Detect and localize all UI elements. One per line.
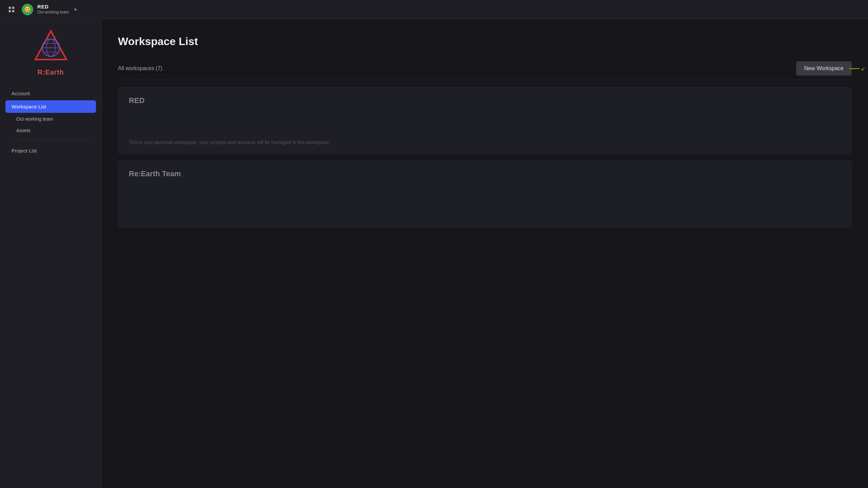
svg-rect-1 — [12, 6, 14, 8]
topbar-username: RED — [37, 4, 69, 10]
sidebar-item-oct-working-team[interactable]: Oct working team — [5, 114, 96, 124]
sidebar-item-workspace-list[interactable]: Workspace List — [5, 100, 96, 113]
arrow-line — [849, 68, 860, 69]
main-content: Workspace List All workspaces (7) New Wo… — [102, 19, 868, 488]
arrow-cursor-icon: ↙ — [861, 65, 865, 72]
page-title: Workspace List — [118, 35, 852, 48]
sidebar: R:Earth Account Workspace List Oct worki… — [0, 19, 102, 488]
grid-icon[interactable] — [5, 3, 18, 16]
new-workspace-button[interactable]: New Workspace — [796, 61, 852, 76]
sidebar-item-account[interactable]: Account — [5, 87, 96, 100]
workspace-name-reearth-team: Re:Earth Team — [129, 169, 841, 178]
workspaces-count: All workspaces (7) — [118, 65, 162, 72]
workspaces-header: All workspaces (7) New Workspace ↙ — [118, 61, 852, 76]
workspace-name-red: RED — [129, 96, 841, 105]
svg-rect-2 — [9, 10, 11, 12]
svg-rect-0 — [9, 6, 11, 8]
svg-marker-10 — [35, 31, 66, 59]
sidebar-logo-section: R:Earth — [0, 19, 101, 84]
svg-rect-3 — [12, 10, 14, 12]
workspaces-divider — [118, 80, 852, 80]
sidebar-logo-label: R:Earth — [38, 68, 64, 76]
main-layout: R:Earth Account Workspace List Oct worki… — [0, 19, 868, 488]
avatar: 😊 — [22, 4, 33, 15]
sidebar-nav: Account Workspace List Oct working team … — [0, 84, 101, 160]
reearth-logo — [32, 28, 70, 66]
workspace-desc-red: This is your personal workspace, your pr… — [129, 133, 841, 145]
sidebar-divider — [11, 140, 91, 140]
topbar: 😊 RED Oct working team ▾ — [0, 0, 868, 19]
sidebar-item-project-list[interactable]: Project List — [5, 144, 96, 157]
workspace-card-reearth-team[interactable]: Re:Earth Team — [118, 160, 852, 228]
arrow-indicator: ↙ — [849, 65, 865, 72]
topbar-chevron-icon[interactable]: ▾ — [74, 7, 77, 12]
workspace-desc-reearth-team — [129, 211, 841, 218]
sidebar-item-assets[interactable]: Assets — [5, 125, 96, 136]
workspace-card-red[interactable]: RED This is your personal workspace, you… — [118, 87, 852, 155]
topbar-info: RED Oct working team — [37, 4, 69, 15]
topbar-team: Oct working team — [37, 10, 69, 15]
